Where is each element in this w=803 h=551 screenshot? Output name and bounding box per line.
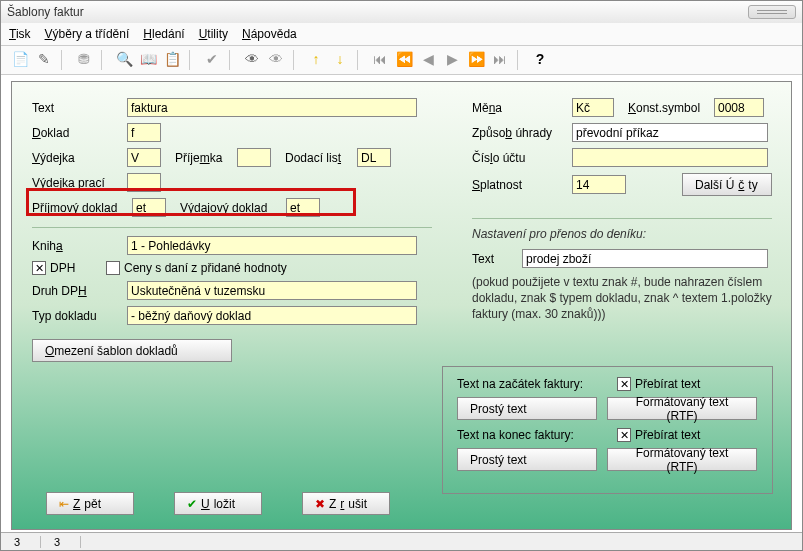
toolbar: 📄 ✎ ⛃ 🔍 📖 📋 ✔ 👁 👁 ↑ ↓ ⏮ ⏪ ◀ ▶ ⏩ ⏭ ? xyxy=(1,45,802,75)
menu-utility[interactable]: Utility xyxy=(199,27,228,41)
prebirat-konec-label: Přebírat text xyxy=(635,428,700,442)
prosty-konec-button[interactable]: Prostý text xyxy=(457,448,597,471)
menubar: Tisk Výběry a třídění Hledání Utility Ná… xyxy=(1,23,802,45)
prijemka-input[interactable] xyxy=(237,148,271,167)
tb-sep xyxy=(189,50,195,70)
tb-down-icon[interactable]: ↓ xyxy=(331,51,349,69)
menu-tisk[interactable]: Tisk xyxy=(9,27,31,41)
zpusob-label: Způsob úhrady xyxy=(472,126,572,140)
text-konec-label: Text na konec faktury: xyxy=(457,428,617,442)
dph-checkbox[interactable] xyxy=(32,261,46,275)
tb-prevpg-icon[interactable]: ⏪ xyxy=(395,51,413,69)
text-zacatek-label: Text na začátek faktury: xyxy=(457,377,617,391)
prijemka-label: Příjemka xyxy=(175,151,237,165)
kniha-label: Kniha xyxy=(32,239,127,253)
status-cell-b: 3 xyxy=(41,536,81,548)
tb-help-icon[interactable]: ? xyxy=(531,51,549,69)
vydejka-label: Výdejka xyxy=(32,151,127,165)
prebirat-konec-checkbox[interactable] xyxy=(617,428,631,442)
prosty-zacatek-button[interactable]: Prostý text xyxy=(457,397,597,420)
prebirat-zacatek-label: Přebírat text xyxy=(635,377,700,391)
typ-input[interactable] xyxy=(127,306,417,325)
vydejka-input[interactable] xyxy=(127,148,161,167)
tb-check-icon[interactable]: ✔ xyxy=(203,51,221,69)
tb-sep xyxy=(517,50,523,70)
menu-napoveda[interactable]: Nápověda xyxy=(242,27,297,41)
right-column: Měna Konst.symbol Způsob úhrady Číslo úč… xyxy=(472,98,772,323)
tb-search-icon[interactable]: 🔍 xyxy=(115,51,133,69)
ks-input[interactable] xyxy=(714,98,764,117)
tb-doc-icon[interactable]: 📋 xyxy=(163,51,181,69)
rtf-zacatek-button[interactable]: Formátovaný text (RTF) xyxy=(607,397,757,420)
ulozit-button[interactable]: ✔ Uložit xyxy=(174,492,262,515)
prijmovy-input[interactable] xyxy=(132,198,166,217)
ceny-checkbox[interactable] xyxy=(106,261,120,275)
status-cell-a: 3 xyxy=(1,536,41,548)
content-panel: Text Doklad Výdejka Příjemka Dodací list… xyxy=(11,81,792,530)
splatnost-label: Splatnost xyxy=(472,178,572,192)
tb-book-icon[interactable]: 📖 xyxy=(139,51,157,69)
left-column: Text Doklad Výdejka Příjemka Dodací list… xyxy=(32,98,432,368)
zpet-button[interactable]: ⇤ Zpět xyxy=(46,492,134,515)
mena-input[interactable] xyxy=(572,98,614,117)
doklad-label: Doklad xyxy=(32,126,127,140)
status-bar: 3 3 xyxy=(1,532,802,550)
tb-sep xyxy=(61,50,67,70)
tb-edit-icon[interactable]: ✎ xyxy=(35,51,53,69)
window-grip[interactable] xyxy=(748,5,796,19)
vydejka-praci-label: Výdejka prací xyxy=(32,176,127,190)
tb-binoc2-icon[interactable]: 👁 xyxy=(267,51,285,69)
tb-prev-icon[interactable]: ◀ xyxy=(419,51,437,69)
denik-text-label: Text xyxy=(472,252,522,266)
dalsi-ucty-button[interactable]: Další Účty xyxy=(682,173,772,196)
tb-first-icon[interactable]: ⏮ xyxy=(371,51,389,69)
window: Šablony faktur Tisk Výběry a třídění Hle… xyxy=(0,0,803,551)
tb-sep xyxy=(101,50,107,70)
splatnost-input[interactable] xyxy=(572,175,626,194)
vydejka-praci-input[interactable] xyxy=(127,173,161,192)
ceny-label: Ceny s daní z přidané hodnoty xyxy=(124,261,287,275)
hint-text: (pokud použijete v textu znak #, bude na… xyxy=(472,274,772,323)
vydajovy-input[interactable] xyxy=(286,198,320,217)
druh-input[interactable] xyxy=(127,281,417,300)
tb-up-icon[interactable]: ↑ xyxy=(307,51,325,69)
divider xyxy=(472,218,772,219)
kniha-input[interactable] xyxy=(127,236,417,255)
druh-label: Druh DPH xyxy=(32,284,127,298)
tb-sep xyxy=(293,50,299,70)
zrusit-button[interactable]: ✖ Zrušit xyxy=(302,492,390,515)
typ-label: Typ dokladu xyxy=(32,309,127,323)
tb-sep xyxy=(229,50,235,70)
cislo-label: Číslo účtu xyxy=(472,151,572,165)
zpusob-input[interactable] xyxy=(572,123,768,142)
text-label: Text xyxy=(32,101,127,115)
tb-filter-icon[interactable]: ⛃ xyxy=(75,51,93,69)
menu-hledani[interactable]: Hledání xyxy=(143,27,184,41)
doklad-input[interactable] xyxy=(127,123,161,142)
prijmovy-label: Příjmový doklad xyxy=(32,201,132,215)
dodaci-input[interactable] xyxy=(357,148,391,167)
divider xyxy=(32,227,432,228)
title-text: Šablony faktur xyxy=(7,5,84,19)
prebirat-zacatek-checkbox[interactable] xyxy=(617,377,631,391)
dodaci-label: Dodací list xyxy=(285,151,357,165)
vydajovy-label: Výdajový doklad xyxy=(180,201,286,215)
dph-label: DPH xyxy=(50,261,76,275)
omezeni-button[interactable]: Omezení šablon dokladů xyxy=(32,339,232,362)
cislo-input[interactable] xyxy=(572,148,768,167)
mena-label: Měna xyxy=(472,101,522,115)
tb-binoc-icon[interactable]: 👁 xyxy=(243,51,261,69)
text-input[interactable] xyxy=(127,98,417,117)
tb-nextpg-icon[interactable]: ⏩ xyxy=(467,51,485,69)
tb-sep xyxy=(357,50,363,70)
tb-last-icon[interactable]: ⏭ xyxy=(491,51,509,69)
denik-text-input[interactable] xyxy=(522,249,768,268)
titlebar: Šablony faktur xyxy=(1,1,802,23)
menu-vybery[interactable]: Výběry a třídění xyxy=(45,27,130,41)
tb-next-icon[interactable]: ▶ xyxy=(443,51,461,69)
nastaveni-heading: Nastavení pro přenos do deníku: xyxy=(472,227,772,241)
tb-new-icon[interactable]: 📄 xyxy=(11,51,29,69)
ks-label: Konst.symbol xyxy=(628,101,714,115)
rtf-konec-button[interactable]: Formátovaný text (RTF) xyxy=(607,448,757,471)
text-options-group: Text na začátek faktury: Přebírat text P… xyxy=(442,366,773,494)
